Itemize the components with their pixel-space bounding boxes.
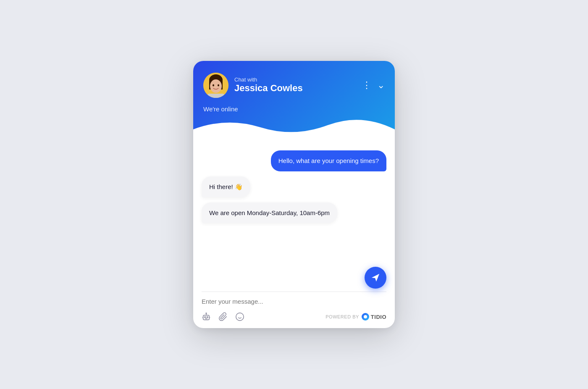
header-actions: ⋮ ⌄ xyxy=(362,80,385,91)
message-row: Hi there! 👋 xyxy=(202,176,386,197)
emoji-icon[interactable] xyxy=(235,312,244,321)
chevron-down-icon: ⌄ xyxy=(377,80,385,91)
attachment-icon[interactable] xyxy=(218,312,228,321)
svg-point-5 xyxy=(218,84,219,87)
chat-widget: Chat with Jessica Cowles ⋮ ⌄ We're onlin… xyxy=(193,61,395,328)
outgoing-bubble: Hello, what are your opening times? xyxy=(271,150,386,171)
svg-point-9 xyxy=(207,317,208,318)
tidio-logo: TIDIO xyxy=(362,313,386,321)
svg-point-11 xyxy=(236,313,244,321)
chat-header: Chat with Jessica Cowles ⋮ ⌄ We're onlin… xyxy=(193,61,395,142)
tidio-dot-icon xyxy=(362,313,369,321)
svg-point-10 xyxy=(206,313,207,314)
svg-rect-6 xyxy=(207,94,224,98)
more-options-icon: ⋮ xyxy=(362,80,371,91)
svg-point-8 xyxy=(205,317,206,318)
agent-info: Chat with Jessica Cowles xyxy=(203,73,303,98)
avatar xyxy=(203,73,228,98)
incoming-bubble: Hi there! 👋 xyxy=(202,176,250,197)
powered-by: POWERED BY TIDIO xyxy=(326,313,386,321)
powered-by-label: POWERED BY xyxy=(326,314,359,319)
online-status: We're online xyxy=(203,105,385,113)
input-area xyxy=(193,292,395,310)
agent-name: Jessica Cowles xyxy=(234,83,303,94)
svg-point-3 xyxy=(210,79,222,93)
message-row: Hello, what are your opening times? xyxy=(202,150,386,171)
svg-rect-7 xyxy=(203,315,210,320)
more-options-button[interactable]: ⋮ xyxy=(362,80,371,91)
bot-icon[interactable] xyxy=(202,312,211,321)
tidio-brand-name: TIDIO xyxy=(371,314,386,320)
minimize-button[interactable]: ⌄ xyxy=(377,80,385,91)
wave-decoration xyxy=(193,117,395,142)
send-icon xyxy=(371,273,380,282)
incoming-bubble-2: We are open Monday-Saturday, 10am-6pm xyxy=(202,202,337,223)
chat-body: Hello, what are your opening times? Hi t… xyxy=(193,142,395,285)
chat-with-label: Chat with xyxy=(234,76,303,83)
svg-point-4 xyxy=(213,84,214,87)
chat-toolbar: POWERED BY TIDIO xyxy=(193,310,395,328)
message-input[interactable] xyxy=(202,298,386,305)
agent-name-block: Chat with Jessica Cowles xyxy=(234,76,303,94)
send-button[interactable] xyxy=(365,267,386,289)
message-row: We are open Monday-Saturday, 10am-6pm xyxy=(202,202,386,223)
